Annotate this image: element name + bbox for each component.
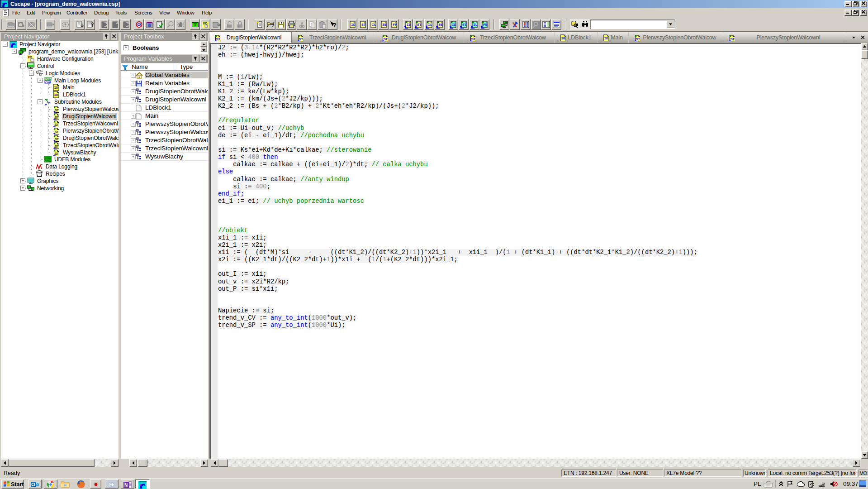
- svg-text:ST: ST: [55, 129, 59, 134]
- svg-text:ST: ST: [55, 137, 59, 141]
- svg-text:ID: ID: [452, 23, 456, 27]
- svg-text:ID: ID: [351, 23, 356, 27]
- svg-text:T: T: [194, 22, 197, 27]
- svg-text:CHH: CHH: [45, 81, 51, 83]
- svg-text:I/O: I/O: [28, 56, 33, 59]
- svg-text:IL: IL: [372, 23, 376, 27]
- svg-text:OKH: OKH: [45, 77, 51, 80]
- svg-text:ST: ST: [417, 23, 422, 27]
- svg-text:ST: ST: [462, 23, 467, 27]
- svg-text:3B: 3B: [438, 23, 443, 27]
- svg-text:N: N: [124, 483, 128, 488]
- svg-text:ŌH: ŌH: [37, 72, 41, 75]
- svg-text:IL: IL: [473, 23, 478, 27]
- svg-text:ST: ST: [55, 144, 59, 148]
- svg-text:3B: 3B: [382, 23, 387, 27]
- svg-text:ʰʜ: ʰʜ: [47, 101, 51, 105]
- svg-text:ST: ST: [55, 115, 59, 120]
- svg-text:ᴮ: ᴮ: [41, 163, 43, 167]
- svg-text:3B: 3B: [54, 93, 58, 97]
- svg-text:FP: FP: [393, 23, 397, 27]
- svg-text:FB: FB: [483, 23, 488, 27]
- svg-text:I/O: I/O: [203, 22, 208, 25]
- svg-text:?: ?: [333, 22, 337, 29]
- svg-text:ST: ST: [55, 108, 59, 112]
- svg-text:ST: ST: [361, 23, 366, 27]
- svg-text:ID: ID: [54, 86, 58, 90]
- svg-text:IL: IL: [428, 23, 432, 27]
- svg-text:OOH: OOH: [45, 160, 51, 163]
- svg-text:OOH: OOH: [45, 157, 51, 159]
- svg-text:ST: ST: [55, 122, 59, 126]
- svg-text:ST: ST: [55, 151, 59, 155]
- svg-text:ID: ID: [407, 23, 411, 27]
